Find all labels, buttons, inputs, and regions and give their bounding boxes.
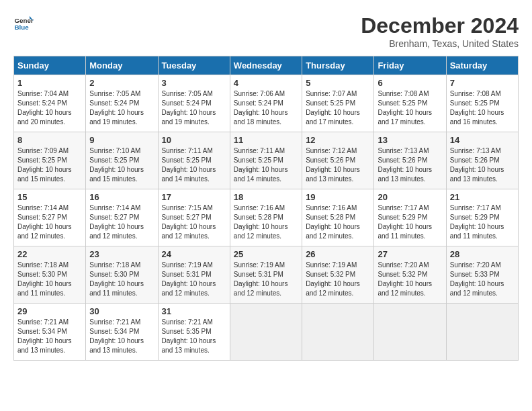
sunrise-label: Sunrise: 7:07 AM — [306, 90, 357, 97]
calendar-week-row: 29 Sunrise: 7:21 AM Sunset: 5:34 PM Dayl… — [14, 304, 519, 361]
sunrise-label: Sunrise: 7:19 AM — [234, 261, 285, 269]
day-number: 24 — [162, 249, 226, 259]
day-info: Sunrise: 7:18 AM Sunset: 5:30 PM Dayligh… — [17, 261, 82, 298]
day-number: 23 — [89, 249, 154, 259]
table-row: 15 Sunrise: 7:14 AM Sunset: 5:27 PM Dayl… — [14, 189, 86, 246]
day-info: Sunrise: 7:13 AM Sunset: 5:26 PM Dayligh… — [378, 146, 442, 184]
table-row: 27 Sunrise: 7:20 AM Sunset: 5:32 PM Dayl… — [374, 246, 446, 304]
sunrise-label: Sunrise: 7:15 AM — [162, 204, 213, 212]
sunrise-label: Sunrise: 7:06 AM — [234, 90, 285, 97]
day-info: Sunrise: 7:21 AM Sunset: 5:34 PM Dayligh… — [17, 318, 82, 355]
sunset-label: Sunset: 5:32 PM — [378, 271, 427, 278]
day-number: 26 — [306, 249, 370, 259]
daylight-label: Daylight: 10 hours and 13 minutes. — [306, 166, 360, 183]
day-number: 11 — [234, 135, 298, 145]
table-row: 4 Sunrise: 7:06 AM Sunset: 5:24 PM Dayli… — [230, 75, 302, 132]
sunrise-label: Sunrise: 7:11 AM — [234, 147, 285, 154]
day-number: 13 — [378, 135, 442, 145]
daylight-label: Daylight: 10 hours and 12 minutes. — [450, 280, 504, 297]
col-tuesday: Tuesday — [158, 56, 230, 75]
table-row: 24 Sunrise: 7:19 AM Sunset: 5:31 PM Dayl… — [158, 246, 230, 304]
daylight-label: Daylight: 10 hours and 14 minutes. — [162, 166, 216, 183]
day-info: Sunrise: 7:17 AM Sunset: 5:29 PM Dayligh… — [450, 203, 515, 241]
sunset-label: Sunset: 5:34 PM — [17, 328, 67, 335]
sunrise-label: Sunrise: 7:09 AM — [17, 147, 69, 154]
sunrise-label: Sunrise: 7:20 AM — [378, 261, 429, 269]
day-number: 27 — [378, 249, 442, 259]
calendar-week-row: 1 Sunrise: 7:04 AM Sunset: 5:24 PM Dayli… — [14, 75, 519, 132]
day-number: 14 — [450, 135, 515, 145]
daylight-label: Daylight: 10 hours and 15 minutes. — [17, 166, 72, 183]
sunset-label: Sunset: 5:29 PM — [450, 214, 500, 221]
sunrise-label: Sunrise: 7:14 AM — [89, 204, 140, 212]
daylight-label: Daylight: 10 hours and 12 minutes. — [17, 223, 72, 240]
sunset-label: Sunset: 5:35 PM — [162, 328, 212, 335]
sunset-label: Sunset: 5:26 PM — [306, 156, 355, 164]
col-monday: Monday — [86, 56, 158, 75]
title-block: December 2024 Brenham, Texas, United Sta… — [361, 13, 519, 49]
table-row: 26 Sunrise: 7:19 AM Sunset: 5:32 PM Dayl… — [302, 246, 374, 304]
table-row: 22 Sunrise: 7:18 AM Sunset: 5:30 PM Dayl… — [14, 246, 86, 304]
col-sunday: Sunday — [14, 56, 86, 75]
table-row: 21 Sunrise: 7:17 AM Sunset: 5:29 PM Dayl… — [446, 189, 518, 246]
col-thursday: Thursday — [302, 56, 374, 75]
sunset-label: Sunset: 5:25 PM — [89, 156, 139, 164]
sunrise-label: Sunrise: 7:13 AM — [450, 147, 501, 154]
sunrise-label: Sunrise: 7:20 AM — [450, 261, 501, 269]
day-info: Sunrise: 7:16 AM Sunset: 5:28 PM Dayligh… — [306, 203, 370, 241]
sunset-label: Sunset: 5:25 PM — [450, 99, 500, 107]
daylight-label: Daylight: 10 hours and 12 minutes. — [234, 280, 288, 297]
daylight-label: Daylight: 10 hours and 12 minutes. — [306, 223, 360, 240]
day-info: Sunrise: 7:20 AM Sunset: 5:32 PM Dayligh… — [378, 261, 442, 298]
day-number: 7 — [450, 78, 515, 88]
daylight-label: Daylight: 10 hours and 13 minutes. — [378, 166, 432, 183]
day-info: Sunrise: 7:09 AM Sunset: 5:25 PM Dayligh… — [17, 146, 82, 184]
sunrise-label: Sunrise: 7:08 AM — [378, 90, 429, 97]
day-number: 5 — [306, 78, 370, 88]
calendar-table: Sunday Monday Tuesday Wednesday Thursday… — [13, 56, 519, 361]
table-row: 12 Sunrise: 7:12 AM Sunset: 5:26 PM Dayl… — [302, 132, 374, 189]
sunrise-label: Sunrise: 7:19 AM — [162, 261, 213, 269]
table-row: 31 Sunrise: 7:21 AM Sunset: 5:35 PM Dayl… — [158, 304, 230, 361]
sunset-label: Sunset: 5:25 PM — [378, 99, 427, 107]
day-info: Sunrise: 7:17 AM Sunset: 5:29 PM Dayligh… — [378, 203, 442, 241]
sunrise-label: Sunrise: 7:05 AM — [162, 90, 213, 97]
table-row: 6 Sunrise: 7:08 AM Sunset: 5:25 PM Dayli… — [374, 75, 446, 132]
sunrise-label: Sunrise: 7:04 AM — [17, 90, 69, 97]
sunrise-label: Sunrise: 7:19 AM — [306, 261, 357, 269]
daylight-label: Daylight: 10 hours and 18 minutes. — [234, 109, 288, 126]
svg-text:Blue: Blue — [15, 24, 30, 31]
day-number: 17 — [162, 192, 226, 202]
table-row: 11 Sunrise: 7:11 AM Sunset: 5:25 PM Dayl… — [230, 132, 302, 189]
day-number: 31 — [162, 306, 226, 316]
day-info: Sunrise: 7:05 AM Sunset: 5:24 PM Dayligh… — [89, 89, 154, 127]
day-number: 15 — [17, 192, 82, 202]
day-info: Sunrise: 7:07 AM Sunset: 5:25 PM Dayligh… — [306, 89, 370, 127]
table-row: 13 Sunrise: 7:13 AM Sunset: 5:26 PM Dayl… — [374, 132, 446, 189]
col-wednesday: Wednesday — [230, 56, 302, 75]
page-header: General Blue December 2024 Brenham, Texa… — [13, 13, 519, 49]
table-row: 29 Sunrise: 7:21 AM Sunset: 5:34 PM Dayl… — [14, 304, 86, 361]
sunrise-label: Sunrise: 7:21 AM — [17, 318, 69, 326]
day-number: 8 — [17, 135, 82, 145]
col-friday: Friday — [374, 56, 446, 75]
table-row: 9 Sunrise: 7:10 AM Sunset: 5:25 PM Dayli… — [86, 132, 158, 189]
calendar-week-row: 15 Sunrise: 7:14 AM Sunset: 5:27 PM Dayl… — [14, 189, 519, 246]
sunset-label: Sunset: 5:30 PM — [89, 271, 139, 278]
table-row: 19 Sunrise: 7:16 AM Sunset: 5:28 PM Dayl… — [302, 189, 374, 246]
location-title: Brenham, Texas, United States — [361, 38, 519, 49]
day-number: 20 — [378, 192, 442, 202]
sunrise-label: Sunrise: 7:21 AM — [162, 318, 213, 326]
day-number: 12 — [306, 135, 370, 145]
daylight-label: Daylight: 10 hours and 13 minutes. — [17, 337, 72, 354]
table-row — [302, 304, 374, 361]
day-number: 10 — [162, 135, 226, 145]
table-row: 28 Sunrise: 7:20 AM Sunset: 5:33 PM Dayl… — [446, 246, 518, 304]
daylight-label: Daylight: 10 hours and 13 minutes. — [89, 337, 144, 354]
daylight-label: Daylight: 10 hours and 13 minutes. — [450, 166, 504, 183]
daylight-label: Daylight: 10 hours and 17 minutes. — [378, 109, 432, 126]
day-info: Sunrise: 7:11 AM Sunset: 5:25 PM Dayligh… — [162, 146, 226, 184]
sunset-label: Sunset: 5:26 PM — [378, 156, 427, 164]
calendar-header-row: Sunday Monday Tuesday Wednesday Thursday… — [14, 56, 519, 75]
day-number: 2 — [89, 78, 154, 88]
